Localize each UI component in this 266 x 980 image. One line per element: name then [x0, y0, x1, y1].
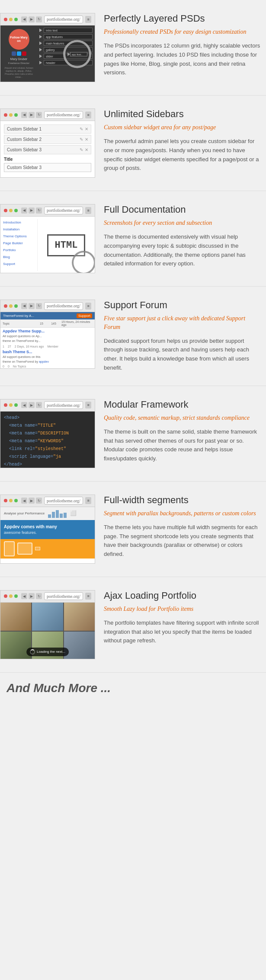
sidebar-title-section: Title Custom Sidebar 3 — [4, 157, 91, 172]
feature-sidebars-description: The powerful admin panel lets you create… — [104, 137, 262, 173]
feature-segments-image: ◀ ▶ ↻ portfoliotheme.org/ ≡ Analyse your… — [0, 495, 95, 564]
layer-triangle-icon — [39, 48, 42, 51]
portfolio-thumb-6 — [64, 632, 95, 659]
layer-triangle-icon — [39, 35, 42, 38]
browser-dots-4 — [4, 304, 18, 308]
sidebar-item-2-actions: ✎ ✕ — [80, 137, 88, 142]
edit-icon-2: ✎ — [80, 137, 83, 142]
dot-yellow-5 — [9, 403, 13, 407]
browser-url-3: portfoliotheme.org/ — [44, 207, 83, 214]
code-tag-meta1: <meta name= — [9, 423, 38, 428]
feature-psd-content: Perfectly Layered PSDs Professionally cr… — [104, 13, 266, 77]
back-btn-6: ◀ — [21, 498, 27, 504]
feature-documentation-title: Full Documentation — [104, 204, 262, 215]
browser-bar: ◀ ▶ ↻ portfoliotheme.org/ ≡ — [0, 13, 95, 26]
doc-link-2: Installation — [3, 226, 35, 233]
forum-stat-0: 0 — [3, 365, 4, 368]
doc-preview-area: HTML — [40, 219, 92, 271]
portfolio-item-4 — [0, 632, 31, 659]
forum-stat-replies: 1 — [3, 345, 4, 348]
menu-icon-5: ≡ — [85, 402, 91, 409]
forum-section-desc-2: All support questions on thistheme on Th… — [3, 355, 93, 364]
browser-nav-7: ◀ ▶ ↻ — [21, 593, 42, 599]
feature-framework-title: Modular Framework — [104, 399, 262, 410]
layer-label: intro text — [46, 29, 58, 32]
doc-content-area: Introduction Installation Theme Options … — [0, 217, 95, 273]
feature-portfolio-content: Ajax Loading Portfolio Smooth Lazy load … — [104, 590, 266, 645]
forum-column-headers: Topic 15 145 15 Hours, 24 minutes ago — [0, 319, 95, 328]
sidebar-title-label: Title — [4, 157, 91, 162]
dot-red-3 — [4, 209, 7, 212]
dot-red — [4, 18, 7, 21]
feature-documentation-image: ◀ ▶ ↻ portfoliotheme.org/ ≡ Introduction… — [0, 204, 95, 273]
browser-dots — [4, 18, 18, 21]
browser-url-5: portfoliotheme.org/ — [44, 401, 83, 409]
feature-portfolio-image: ◀ ▶ ↻ portfoliotheme.org/ ≡ — [0, 590, 95, 659]
dot-red-6 — [4, 499, 7, 502]
feature-segments-description: The theme lets you have multiple full wi… — [104, 523, 262, 559]
feature-psd: ◀ ▶ ↻ portfoliotheme.org/ ≡ Follow Mary … — [0, 0, 266, 96]
sidebar-item-1: Custom Sidebar 1 ✎ ✕ — [4, 124, 91, 134]
dot-yellow-6 — [9, 499, 13, 502]
portfolio-item-2 — [32, 603, 63, 631]
browser-dots-6 — [4, 499, 18, 502]
sidebar-selected-value[interactable]: Custom Sidebar 3 — [4, 163, 91, 172]
code-val-title: "TITLE" — [38, 423, 56, 428]
code-line-7: </head> — [4, 461, 91, 468]
forum-col-lastpost: 15 Hours, 24 minutes ago — [61, 320, 93, 326]
appdev-link: appdev — [39, 360, 49, 363]
psd-person-bio: Aliquam erat volutpat. Aenean dapibus mi… — [3, 67, 35, 79]
forum-header-title: ThemeForest by A... — [3, 314, 34, 318]
feature-forum: ◀ ▶ ↻ portfoliotheme.org/ ≡ ThemeForest … — [0, 287, 266, 386]
forum-section-desc-1: All support questions on Ap...theme on T… — [3, 334, 93, 343]
feature-segments-title: Full-width segments — [104, 495, 262, 506]
code-val-lang: "ja — [53, 454, 61, 459]
browser-nav-4: ◀ ▶ ↻ — [21, 303, 42, 309]
forward-btn-4: ▶ — [29, 303, 35, 309]
feature-forum-title: Support Forum — [104, 300, 262, 311]
forum-col-views: 145 — [49, 322, 58, 325]
forum-stat-views: 27 — [8, 345, 11, 348]
browser-dots-3 — [4, 209, 18, 212]
refresh-btn-6: ↻ — [36, 498, 42, 504]
feature-framework-image: ◀ ▶ ↻ portfoliotheme.org/ ≡ <head> <meta… — [0, 399, 95, 468]
chart-bar-2 — [52, 512, 55, 518]
feature-forum-image: ◀ ▶ ↻ portfoliotheme.org/ ≡ ThemeForest … — [0, 300, 95, 369]
back-btn-5: ◀ — [21, 402, 27, 408]
feature-forum-subtitle: Five star support just a click away with… — [104, 314, 262, 331]
dot-yellow — [9, 18, 13, 21]
edit-icon-1: ✎ — [80, 127, 83, 131]
segment-chart — [48, 509, 67, 518]
feature-documentation-subtitle: Screenshots for every section and subsec… — [104, 219, 262, 227]
portfolio-grid: Loading the next... — [0, 603, 95, 659]
loading-spinner-icon — [30, 649, 35, 654]
layer-triangle-icon — [39, 54, 42, 58]
feature-sidebars-image: ◀ ▶ ↻ portfoliotheme.org/ ≡ Custom Sideb… — [0, 109, 95, 178]
layer-triangle-icon — [39, 29, 42, 32]
forward-btn-5: ▶ — [29, 402, 35, 408]
browser-url-2: portfoliotheme.org/ — [44, 111, 83, 119]
feature-framework-description: The theme is built on the same solid, st… — [104, 428, 262, 463]
psd-avatar: Follow Mary on — [9, 29, 29, 50]
doc-link-1: Introduction — [3, 219, 35, 226]
psd-layer-row: app features — [39, 34, 93, 39]
much-more-title: And Much More ... — [6, 681, 260, 695]
forum-col-topic: Topic — [3, 322, 34, 325]
segment-icon-tablet: ⬜ — [70, 510, 77, 517]
forum-section-title-2: bash Theme S... — [3, 350, 93, 354]
forum-stat-notopics: No Topics — [13, 365, 26, 368]
forum-stat-0b: 0 — [8, 365, 10, 368]
segment-banner-subtitle: awesome features. — [4, 530, 91, 535]
dot-red-5 — [4, 403, 7, 407]
forum-stat-member: Member — [47, 345, 58, 348]
segment-banner-title: Appdev comes with many — [4, 524, 91, 529]
segment-top-label: Analyse your Performance — [4, 511, 45, 515]
menu-icon-7: ≡ — [85, 593, 91, 600]
refresh-btn-3: ↻ — [36, 207, 42, 214]
dot-green-3 — [14, 209, 18, 212]
code-val-kw: "KEYWORDS" — [38, 439, 64, 444]
forward-btn: ▶ — [29, 16, 35, 22]
forum-content-area: ThemeForest by A... Support Topic 15 145… — [0, 312, 95, 369]
psd-layer-row: intro text — [39, 28, 93, 33]
feature-documentation-content: Full Documentation Screenshots for every… — [104, 204, 266, 268]
